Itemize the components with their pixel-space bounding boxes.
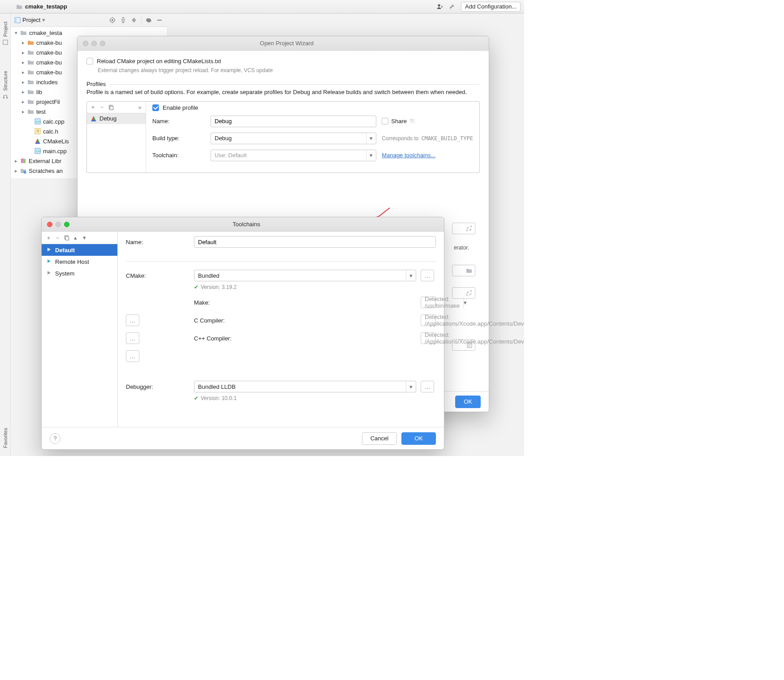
svg-rect-33 — [65, 237, 69, 240]
dialog-title: Toolchains — [74, 221, 419, 228]
chevron-right-icon[interactable]: ▸ — [21, 40, 26, 46]
ok-button[interactable]: OK — [401, 432, 436, 445]
profile-name-input[interactable] — [211, 116, 376, 127]
chevron-down-icon[interactable]: ▾ — [42, 17, 45, 23]
tree-folder-label: cmake-bu — [36, 69, 62, 76]
help-icon[interactable]: ?⃝ — [409, 118, 415, 125]
folder-icon — [27, 69, 34, 75]
make-browse-button[interactable]: … — [126, 314, 139, 326]
cxx-value: Detected: /Applications/Xcode.app/Conten… — [421, 331, 524, 345]
tool-window-tab-favorites[interactable]: Favorites — [3, 428, 8, 448]
share-checkbox[interactable] — [382, 118, 388, 125]
svg-rect-3 — [6, 97, 8, 99]
window-close-button[interactable] — [47, 222, 52, 227]
toolchain-item[interactable]: Remote Host — [42, 256, 117, 267]
tc-name-input[interactable] — [194, 236, 436, 248]
gear-icon[interactable] — [143, 15, 154, 26]
check-icon: ✔ — [194, 284, 198, 290]
vcs-user-icon[interactable] — [433, 2, 446, 12]
cxx-browse-button[interactable]: … — [126, 350, 139, 362]
copy-toolchain-button[interactable] — [62, 234, 70, 242]
toolchains-dialog: Toolchains ＋ － ▴ ▾ DefaultRemote HostSys… — [41, 217, 444, 450]
cc-dropdown[interactable]: Detected: /Applications/Xcode.app/Conten… — [421, 314, 436, 326]
cancel-button[interactable]: Cancel — [362, 432, 397, 445]
move-up-button[interactable]: ▴ — [71, 234, 79, 242]
make-value: Detected: /usr/bin/make — [421, 296, 463, 309]
chevron-right-icon[interactable]: ▸ — [21, 89, 26, 95]
file-icon: c++ — [34, 148, 41, 154]
hide-icon[interactable] — [154, 15, 165, 26]
toolchain-item-label: Default — [55, 247, 75, 254]
debugger-dropdown[interactable]: Bundled LLDB ▾ — [194, 381, 416, 392]
make-dropdown[interactable]: Detected: /usr/bin/make ▾ — [421, 297, 436, 308]
svg-rect-5 — [15, 17, 17, 23]
play-icon — [46, 247, 52, 253]
build-hammer-icon[interactable] — [446, 2, 458, 12]
chevron-down-icon: ▾ — [406, 381, 416, 392]
browse-icon[interactable] — [452, 265, 475, 276]
project-view-title[interactable]: Project — [22, 17, 40, 23]
project-gutter-icon — [3, 39, 8, 45]
svg-point-7 — [112, 19, 113, 21]
svg-rect-21 — [24, 159, 25, 163]
reload-cmake-checkbox[interactable] — [86, 58, 93, 65]
chevron-right-icon[interactable]: ▸ — [21, 99, 26, 105]
folder-icon — [27, 99, 34, 104]
tool-window-tab-structure[interactable]: Structure — [3, 71, 8, 99]
check-icon: ✔ — [194, 395, 198, 401]
file-icon — [34, 138, 41, 144]
add-profile-button[interactable]: ＋ — [89, 103, 97, 111]
cmake-browse-button[interactable]: … — [421, 270, 434, 281]
window-minimize-button[interactable] — [56, 222, 61, 227]
breadcrumb-project-name: cmake_testapp — [25, 3, 67, 10]
toolchain-item[interactable]: Default — [42, 244, 117, 256]
svg-marker-35 — [47, 259, 51, 263]
chevron-right-icon[interactable]: ▸ — [21, 60, 26, 65]
collapse-all-icon[interactable] — [129, 15, 139, 26]
build-type-dropdown[interactable]: Debug ▾ — [211, 133, 376, 144]
move-down-button[interactable]: ▾ — [80, 234, 88, 242]
chevron-down-icon: ▾ — [406, 270, 416, 281]
svg-rect-2 — [3, 97, 4, 99]
hint-fragment-erator: erator. — [454, 245, 469, 251]
profile-item-debug[interactable]: Debug — [87, 113, 146, 124]
make-label: Make: — [194, 299, 416, 306]
folder-icon — [27, 109, 34, 114]
chevron-right-icon[interactable]: ▸ — [21, 50, 26, 56]
more-icon[interactable]: » — [136, 103, 144, 111]
toolchain-dropdown[interactable]: Use: Default ▾ — [211, 150, 376, 161]
cmake-dropdown[interactable]: Bundled ▾ — [194, 270, 416, 281]
chevron-down-icon[interactable]: ▾ — [13, 30, 19, 36]
window-zoom-button[interactable] — [100, 41, 105, 46]
chevron-right-icon[interactable]: ▸ — [13, 168, 19, 174]
svg-marker-34 — [47, 248, 51, 251]
cmake-version: Version: 3.19.2 — [201, 284, 237, 290]
remove-toolchain-button[interactable]: － — [53, 234, 61, 242]
add-toolchain-button[interactable]: ＋ — [44, 234, 52, 242]
tool-window-tab-project[interactable]: Project — [3, 22, 8, 45]
tree-external-libraries-label: External Libr — [29, 158, 61, 164]
cc-browse-button[interactable]: … — [126, 332, 139, 344]
debugger-browse-button[interactable]: … — [421, 381, 434, 392]
window-minimize-button[interactable] — [91, 41, 97, 46]
locate-icon[interactable] — [107, 15, 118, 26]
manage-toolchains-link[interactable]: Manage toolchains... — [382, 152, 473, 159]
chevron-right-icon[interactable]: ▸ — [21, 109, 26, 115]
tree-folder-label: cmake-bu — [36, 59, 62, 66]
help-button[interactable]: ? — [50, 433, 60, 444]
wizard-ok-button[interactable]: OK — [455, 396, 481, 408]
run-configuration-dropdown[interactable]: Add Configuration... — [461, 2, 521, 12]
copy-profile-button[interactable] — [107, 103, 115, 111]
chevron-right-icon[interactable]: ▸ — [21, 79, 26, 85]
toolchain-item[interactable]: System — [42, 267, 117, 279]
enable-profile-checkbox[interactable] — [152, 104, 159, 111]
cxx-dropdown[interactable]: Detected: /Applications/Xcode.app/Conten… — [421, 332, 436, 344]
chevron-right-icon[interactable]: ▸ — [13, 158, 19, 164]
window-zoom-button[interactable] — [64, 222, 69, 227]
svg-marker-36 — [47, 271, 51, 275]
remove-profile-button[interactable]: － — [98, 103, 106, 111]
window-close-button[interactable] — [83, 41, 88, 46]
expand-all-icon[interactable] — [118, 15, 129, 26]
expand-icon[interactable] — [452, 223, 475, 234]
chevron-right-icon[interactable]: ▸ — [21, 69, 26, 75]
